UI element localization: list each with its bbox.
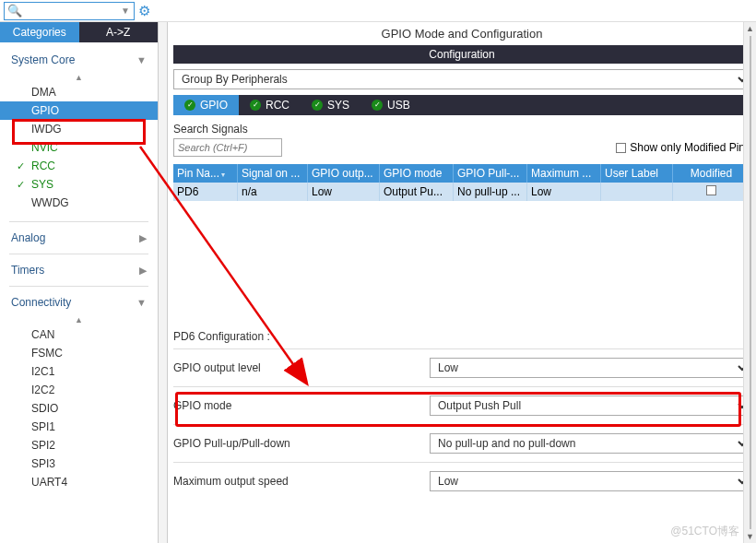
ptab-rcc[interactable]: ✓RCC bbox=[239, 95, 301, 115]
check-icon: ✓ bbox=[250, 100, 261, 111]
section-label: System Core bbox=[11, 53, 75, 66]
scroll-up-icon[interactable]: ▲ bbox=[746, 22, 754, 35]
tab-categories[interactable]: Categories bbox=[0, 22, 79, 42]
search-signals-label: Search Signals bbox=[173, 123, 750, 136]
check-icon: ✓ bbox=[372, 100, 383, 111]
col-gpio-mode[interactable]: GPIO mode bbox=[380, 164, 454, 183]
section-analog[interactable]: Analog ▶ bbox=[0, 226, 158, 250]
col-max[interactable]: Maximum ... bbox=[527, 164, 601, 183]
cell-pull: No pull-up ... bbox=[454, 183, 527, 201]
sidebar-item-dma[interactable]: DMA bbox=[0, 83, 158, 101]
search-icon: 🔍 bbox=[5, 4, 25, 18]
col-gpio-out[interactable]: GPIO outp... bbox=[308, 164, 380, 183]
sidebar-item-sys[interactable]: ✓SYS bbox=[0, 175, 158, 194]
cfg-output-level-select[interactable]: Low bbox=[430, 358, 750, 378]
chevron-down-icon: ▼ bbox=[136, 297, 147, 308]
gear-icon[interactable]: ⚙ bbox=[138, 3, 150, 19]
cfg-output-level: GPIO output level Low bbox=[173, 355, 750, 381]
checkbox-icon[interactable] bbox=[616, 143, 626, 153]
page-title: GPIO Mode and Configuration bbox=[168, 22, 756, 45]
checkbox-icon[interactable] bbox=[706, 185, 716, 195]
cell-user bbox=[601, 183, 673, 201]
cell-pin: PD6 bbox=[173, 183, 238, 201]
sidebar-item-uart4[interactable]: UART4 bbox=[0, 473, 158, 491]
tab-az[interactable]: A->Z bbox=[79, 22, 159, 42]
chevron-down-icon[interactable]: ▼ bbox=[117, 6, 134, 16]
watermark: @51CTO博客 bbox=[670, 524, 739, 539]
content: GPIO Mode and Configuration Configuratio… bbox=[168, 22, 756, 543]
cell-mode: Output Pu... bbox=[380, 183, 454, 201]
ptab-gpio[interactable]: ✓GPIO bbox=[173, 95, 239, 115]
section-label: Analog bbox=[11, 231, 45, 244]
collapse-up-icon[interactable]: ▲ bbox=[0, 314, 158, 325]
cell-max: Low bbox=[527, 183, 601, 201]
sidebar-item-spi2[interactable]: SPI2 bbox=[0, 436, 158, 454]
ptab-sys[interactable]: ✓SYS bbox=[301, 95, 360, 115]
cell-signal: n/a bbox=[238, 183, 308, 201]
scroll-down-icon[interactable]: ▼ bbox=[746, 530, 754, 543]
col-modified[interactable]: Modified bbox=[673, 164, 750, 183]
check-icon: ✓ bbox=[17, 177, 25, 192]
cfg-pull-select[interactable]: No pull-up and no pull-down bbox=[430, 433, 750, 454]
pin-grid: Pin Na...▾ Signal on ... GPIO outp... GP… bbox=[173, 164, 750, 201]
cfg-gpio-mode: GPIO mode Output Push Pull bbox=[173, 393, 750, 419]
splitter[interactable] bbox=[159, 22, 168, 543]
section-label: Connectivity bbox=[11, 296, 71, 309]
grid-header: Pin Na...▾ Signal on ... GPIO outp... GP… bbox=[173, 164, 750, 183]
sidebar-item-i2c2[interactable]: I2C2 bbox=[0, 381, 158, 399]
cfg-pull: GPIO Pull-up/Pull-down No pull-up and no… bbox=[173, 431, 750, 456]
search-signals-input[interactable] bbox=[173, 138, 282, 157]
peripheral-tabs: ✓GPIO ✓RCC ✓SYS ✓USB bbox=[173, 95, 750, 115]
cfg-label: GPIO output level bbox=[173, 361, 422, 374]
pd6-config-header: PD6 Configuration : bbox=[173, 330, 750, 343]
sort-icon: ▾ bbox=[221, 171, 225, 179]
global-search[interactable]: 🔍 ▼ bbox=[4, 2, 135, 20]
show-modified-toggle[interactable]: Show only Modified Pins bbox=[616, 141, 750, 154]
table-row[interactable]: PD6 n/a Low Output Pu... No pull-up ... … bbox=[173, 183, 750, 201]
collapse-up-icon[interactable]: ▲ bbox=[0, 72, 158, 83]
col-user-label[interactable]: User Label bbox=[601, 164, 673, 183]
section-connectivity[interactable]: Connectivity ▼ bbox=[0, 290, 158, 314]
scrollbar[interactable]: ▲ ▼ bbox=[743, 22, 756, 543]
section-system-core[interactable]: System Core ▼ bbox=[0, 48, 158, 72]
cell-modified[interactable] bbox=[673, 183, 750, 201]
cell-out: Low bbox=[308, 183, 380, 201]
check-icon: ✓ bbox=[312, 100, 323, 111]
col-pin-name[interactable]: Pin Na...▾ bbox=[173, 164, 238, 183]
sidebar-item-rcc[interactable]: ✓RCC bbox=[0, 157, 158, 175]
sidebar-item-sdio[interactable]: SDIO bbox=[0, 399, 158, 418]
sidebar-item-spi1[interactable]: SPI1 bbox=[0, 418, 158, 436]
sidebar-item-nvic[interactable]: NVIC bbox=[0, 138, 158, 157]
sidebar-item-can[interactable]: CAN bbox=[0, 325, 158, 344]
sidebar-item-wwdg[interactable]: WWDG bbox=[0, 194, 158, 212]
section-label: Timers bbox=[11, 264, 44, 277]
cfg-label: Maximum output speed bbox=[173, 475, 422, 488]
scroll-thumb[interactable] bbox=[750, 36, 751, 529]
section-timers[interactable]: Timers ▶ bbox=[0, 258, 158, 282]
global-search-input[interactable] bbox=[25, 5, 117, 18]
sidebar-item-spi3[interactable]: SPI3 bbox=[0, 454, 158, 473]
chevron-right-icon: ▶ bbox=[139, 265, 147, 277]
groupby-select[interactable]: Group By Peripherals bbox=[173, 69, 750, 89]
col-gpio-pull[interactable]: GPIO Pull-... bbox=[454, 164, 527, 183]
topbar: 🔍 ▼ ⚙ bbox=[0, 0, 756, 22]
ptab-usb[interactable]: ✓USB bbox=[360, 95, 421, 115]
check-icon: ✓ bbox=[17, 159, 25, 173]
sidebar-item-gpio[interactable]: GPIO bbox=[0, 101, 158, 120]
sidebar: Categories A->Z System Core ▼ ▲ DMA GPIO… bbox=[0, 22, 159, 543]
cfg-max-speed: Maximum output speed Low bbox=[173, 468, 750, 494]
sidebar-item-iwdg[interactable]: IWDG bbox=[0, 120, 158, 138]
cfg-label: GPIO mode bbox=[173, 399, 422, 412]
sidebar-item-fsmc[interactable]: FSMC bbox=[0, 344, 158, 362]
check-icon: ✓ bbox=[184, 100, 195, 111]
cfg-label: GPIO Pull-up/Pull-down bbox=[173, 437, 422, 450]
sidebar-item-i2c1[interactable]: I2C1 bbox=[0, 362, 158, 381]
col-signal[interactable]: Signal on ... bbox=[238, 164, 308, 183]
cfg-max-speed-select[interactable]: Low bbox=[430, 471, 750, 491]
chevron-down-icon: ▼ bbox=[136, 54, 147, 65]
groupby-row: Group By Peripherals bbox=[173, 69, 750, 89]
cfg-gpio-mode-select[interactable]: Output Push Pull bbox=[430, 395, 750, 416]
chevron-right-icon: ▶ bbox=[139, 232, 147, 244]
configuration-header: Configuration bbox=[173, 45, 750, 64]
sidebar-tabbar: Categories A->Z bbox=[0, 22, 158, 42]
